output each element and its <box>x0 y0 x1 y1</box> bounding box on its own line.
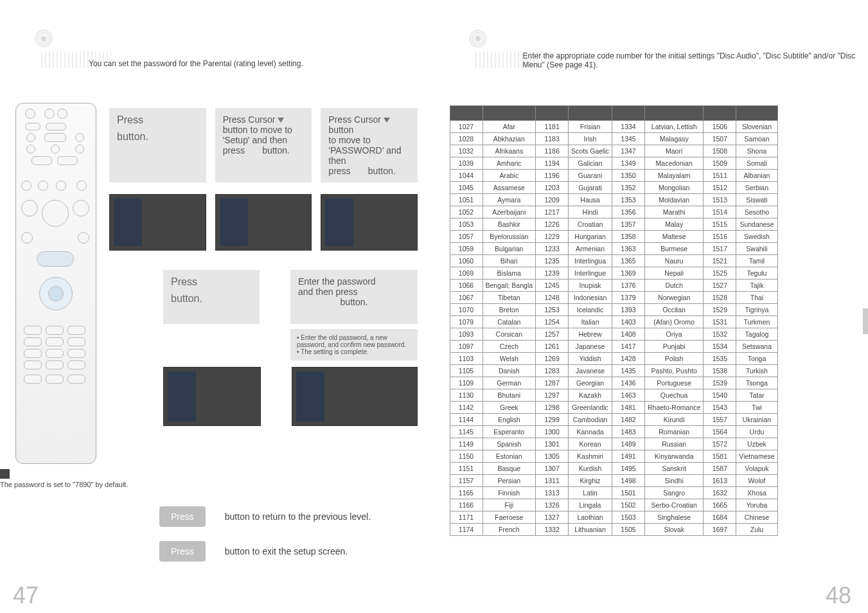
language-cell: Malayalam <box>645 170 704 182</box>
screenshot-setup-2 <box>215 194 312 251</box>
language-cell: Portuguese <box>645 377 704 389</box>
code-cell: 1165 <box>450 487 483 499</box>
language-cell: Afrikaans <box>483 145 536 157</box>
table-row: 1053Bashkir1226Croatian1357Malay1515Sund… <box>450 218 777 231</box>
language-cell: Tajik <box>736 280 777 292</box>
step5-l1: Enter the password <box>298 276 410 287</box>
code-cell: 1261 <box>536 341 569 353</box>
code-cell: 1613 <box>704 475 736 487</box>
code-cell: 1572 <box>704 438 736 450</box>
code-cell: 1239 <box>536 267 569 280</box>
code-cell: 1347 <box>612 145 645 157</box>
language-cell: Kinyarwanda <box>645 450 704 463</box>
code-cell: 1326 <box>536 499 569 511</box>
code-cell: 1299 <box>536 414 569 426</box>
table-row: 1097Czech1261Japanese1417Punjabi1534Sets… <box>450 341 777 353</box>
language-cell: Singhalese <box>645 511 704 524</box>
language-cell: Icelandic <box>569 304 612 316</box>
code-cell: 1044 <box>450 170 483 182</box>
code-cell: 1436 <box>612 377 645 389</box>
language-cell: Samoan <box>736 133 777 145</box>
code-cell: 1313 <box>536 487 569 499</box>
code-cell: 1350 <box>612 170 645 182</box>
language-cell: Laothian <box>569 511 612 524</box>
code-cell: 1203 <box>536 182 569 194</box>
code-cell: 1521 <box>704 255 736 267</box>
step5-button: button. <box>298 297 410 307</box>
language-cell: (Afan) Oromo <box>645 316 704 328</box>
table-row: 1051Aymara1209Hausa1353Moldavian1513Sisw… <box>450 194 777 206</box>
code-cell: 1539 <box>704 377 736 389</box>
language-cell: Abkhazian <box>483 133 536 145</box>
language-cell: Czech <box>483 341 536 353</box>
language-cell: Siswati <box>736 194 777 206</box>
code-cell: 1327 <box>536 511 569 524</box>
language-cell: Swahili <box>736 243 777 255</box>
language-cell: Chinese <box>736 511 777 524</box>
language-cell: Albanian <box>736 170 777 182</box>
steps-area: Press button. Press Cursor button to mov… <box>109 108 418 426</box>
code-cell: 1345 <box>612 133 645 145</box>
return-line: Press button to return to the previous l… <box>159 506 371 527</box>
language-cell: Yiddish <box>569 353 612 365</box>
language-cell: Afar <box>483 121 536 133</box>
code-cell: 1503 <box>612 511 645 524</box>
code-cell: 1489 <box>612 438 645 450</box>
code-cell: 1509 <box>704 157 736 170</box>
language-cell: Sundanese <box>736 218 777 231</box>
code-cell: 1463 <box>612 389 645 402</box>
cursor-down-icon <box>278 118 284 123</box>
code-cell: 1506 <box>704 121 736 133</box>
th-lang-1 <box>483 106 536 121</box>
language-cell: Korean <box>569 438 612 450</box>
language-cell: Scots Gaelic <box>569 145 612 157</box>
code-cell: 1482 <box>612 414 645 426</box>
code-cell: 1307 <box>536 463 569 475</box>
code-cell: 1532 <box>704 328 736 341</box>
language-cell: Bulgarian <box>483 243 536 255</box>
table-row: 1069Bislama1239Interlingue1369Nepali1525… <box>450 267 777 280</box>
page-47: You can set the password for the Parenta… <box>0 0 434 613</box>
note-label <box>0 469 10 479</box>
language-cell: Serbo-Croatian <box>645 499 704 511</box>
language-cell: Thai <box>736 292 777 304</box>
code-cell: 1105 <box>450 365 483 377</box>
th-lang-4 <box>736 106 777 121</box>
code-cell: 1060 <box>450 255 483 267</box>
step3-l1b: button <box>328 125 353 135</box>
code-cell: 1027 <box>450 121 483 133</box>
language-cell: Swedish <box>736 231 777 243</box>
code-cell: 1297 <box>536 389 569 402</box>
step2-button: button. <box>262 145 290 155</box>
code-cell: 1097 <box>450 341 483 353</box>
language-cell: Greek <box>483 402 536 414</box>
return-press-button: Press <box>159 506 206 527</box>
language-cell: Tonga <box>736 353 777 365</box>
language-cell: Serbian <box>736 182 777 194</box>
table-row: 1057Byelorussian1229Hungarian1358Maltese… <box>450 231 777 243</box>
language-cell: Turkmen <box>736 316 777 328</box>
code-cell: 1235 <box>536 255 569 267</box>
code-cell: 1435 <box>612 365 645 377</box>
code-cell: 1069 <box>450 267 483 280</box>
language-cell: Arabic <box>483 170 536 182</box>
step3-l1: Press Cursor <box>328 114 381 125</box>
code-cell: 1051 <box>450 194 483 206</box>
table-row: 1103Welsh1269Yiddish1428Polish1535Tonga <box>450 353 777 365</box>
language-cell: Maltese <box>645 231 704 243</box>
language-cell: Latin <box>569 487 612 499</box>
code-cell: 1379 <box>612 292 645 304</box>
table-row: 1165Finnish1313Latin1501Sangro1632Xhosa <box>450 487 777 499</box>
code-cell: 1093 <box>450 328 483 341</box>
step2-card: Press Cursor button to move to 'Setup' a… <box>215 108 312 182</box>
code-cell: 1245 <box>536 280 569 292</box>
language-cell: Bengali; Bangla <box>483 280 536 292</box>
table-row: 1166Fiji1326Lingala1502Serbo-Croatian166… <box>450 499 777 511</box>
language-cell: English <box>483 414 536 426</box>
language-cell: Irish <box>569 133 612 145</box>
language-cell: Inupiak <box>569 280 612 292</box>
code-cell: 1529 <box>704 304 736 316</box>
step1-card: Press button. <box>109 108 206 182</box>
language-cell: Welsh <box>483 353 536 365</box>
th-code-4 <box>704 106 736 121</box>
